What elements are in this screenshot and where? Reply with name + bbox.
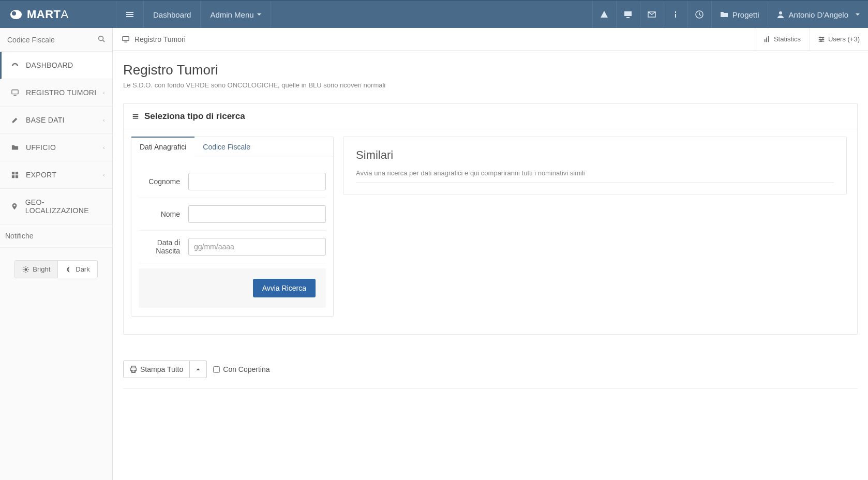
breadcrumb: Registro Tumori <box>113 35 195 43</box>
con-copertina-checkbox[interactable] <box>213 366 220 373</box>
folder-open-icon <box>720 10 728 19</box>
barchart-icon <box>764 36 771 43</box>
warning-icon <box>600 10 608 19</box>
similari-title: Similari <box>356 148 834 162</box>
print-icon <box>130 366 137 373</box>
sidebar-item-label: REGISTRO TUMORI <box>26 88 96 97</box>
sidebar-notifiche-heading: Notifiche <box>0 224 112 248</box>
sidebar-search <box>0 28 112 52</box>
sidebar-item-label: GEO-LOCALIZZAZIONE <box>25 198 103 215</box>
sidebar-toggle[interactable] <box>116 1 144 28</box>
page-subtitle: Le S.D.O. con fondo VERDE sono ONCOLOGIC… <box>123 81 858 89</box>
chevron-left-icon: ‹ <box>103 89 105 96</box>
stampa-tutto-button[interactable]: Stampa Tutto <box>123 361 190 378</box>
nome-input[interactable] <box>188 205 326 223</box>
similari-hint: Avvia una ricerca per dati anagrafici e … <box>356 169 834 183</box>
sidebar-item-registro-tumori[interactable]: REGISTRO TUMORI ‹ <box>0 79 112 107</box>
sidebar-search-input[interactable] <box>7 36 98 44</box>
nav-info[interactable] <box>664 1 687 28</box>
brand[interactable]: MARTA <box>0 1 116 28</box>
search-panel-title: Seleziona tipo di ricerca <box>144 111 245 122</box>
search-icon[interactable] <box>98 35 105 44</box>
top-navbar: MARTA Dashboard Admin Menu Progetti Anto… <box>0 0 868 28</box>
nav-mail[interactable] <box>640 1 664 28</box>
grid-icon <box>9 171 21 178</box>
nav-dashboard[interactable]: Dashboard <box>144 1 201 28</box>
topbar-statistics-label: Statistics <box>774 35 801 43</box>
topbar-users-label: Users (+3) <box>828 35 860 43</box>
info-icon <box>671 10 680 19</box>
theme-bright-label: Bright <box>33 265 50 273</box>
bars-icon <box>126 10 134 19</box>
theme-bright-button[interactable]: Bright <box>15 261 57 278</box>
search-form-card: Dati Anagrafici Codice Fiscale Cognome N… <box>131 137 334 317</box>
sidebar-item-ufficio[interactable]: UFFICIO ‹ <box>0 134 112 161</box>
nav-progetti[interactable]: Progetti <box>711 1 768 28</box>
sidebar-item-dashboard[interactable]: DASHBOARD <box>0 52 112 79</box>
tab-codice-fiscale[interactable]: Codice Fiscale <box>194 137 259 157</box>
tab-dati-anagrafici[interactable]: Dati Anagrafici <box>131 137 194 157</box>
chevron-left-icon: ‹ <box>103 144 105 151</box>
page-title: Registro Tumori <box>123 62 858 78</box>
dob-input[interactable] <box>188 238 326 256</box>
content: Registro Tumori Statistics Users (+3) Re… <box>113 28 868 480</box>
user-icon <box>776 10 785 19</box>
sidebar-item-base-dati[interactable]: BASE DATI ‹ <box>0 107 112 134</box>
theme-switch: Bright Dark <box>0 248 112 291</box>
clock-icon <box>695 10 704 19</box>
gauge-icon <box>9 62 21 69</box>
list-icon <box>132 113 139 120</box>
sidebar-item-label: EXPORT <box>26 171 56 179</box>
caret-up-icon <box>194 366 202 373</box>
folder-icon <box>9 144 21 151</box>
screen-icon <box>624 10 632 19</box>
nav-admin-menu[interactable]: Admin Menu <box>201 1 271 28</box>
cognome-input[interactable] <box>188 173 326 190</box>
avvia-ricerca-button[interactable]: Avvia Ricerca <box>253 279 316 297</box>
sidebar-item-geo[interactable]: GEO-LOCALIZZAZIONE <box>0 189 112 224</box>
sidebar-item-label: BASE DATI <box>26 116 65 124</box>
nav-time[interactable] <box>687 1 711 28</box>
print-row: Stampa Tutto Con Copertina <box>123 350 858 389</box>
theme-dark-button[interactable]: Dark <box>57 261 97 278</box>
pin-icon <box>9 203 20 210</box>
topbar-statistics[interactable]: Statistics <box>755 28 809 51</box>
sidebar-item-label: UFFICIO <box>26 143 56 152</box>
edit-icon <box>9 116 21 124</box>
brand-logo-icon <box>10 10 22 19</box>
con-copertina-option[interactable]: Con Copertina <box>213 365 270 373</box>
search-panel: Seleziona tipo di ricerca Dati Anagrafic… <box>123 103 858 335</box>
nome-label: Nome <box>139 210 188 218</box>
con-copertina-label: Con Copertina <box>223 365 270 373</box>
nav-alerts[interactable] <box>592 1 616 28</box>
sidebar-menu: DASHBOARD REGISTRO TUMORI ‹ BASE DATI ‹ … <box>0 52 112 224</box>
brand-prefix: MART <box>27 8 61 21</box>
sidebar-item-export[interactable]: EXPORT ‹ <box>0 161 112 189</box>
similari-panel: Similari Avvia una ricerca per dati anag… <box>343 137 847 194</box>
content-topbar: Registro Tumori Statistics Users (+3) <box>113 28 868 51</box>
nav-progetti-label: Progetti <box>732 10 759 19</box>
theme-dark-label: Dark <box>76 265 89 273</box>
topbar-users[interactable]: Users (+3) <box>809 28 868 51</box>
chevron-left-icon: ‹ <box>103 172 105 178</box>
search-tabs: Dati Anagrafici Codice Fiscale <box>131 137 333 157</box>
moon-icon <box>65 266 72 273</box>
mail-icon <box>648 10 656 19</box>
stampa-tutto-dropdown-button[interactable] <box>190 361 207 378</box>
brand-suffix: A <box>61 8 69 21</box>
search-panel-header: Seleziona tipo di ricerca <box>124 104 857 129</box>
cognome-label: Cognome <box>139 177 188 186</box>
nav-user-menu[interactable]: Antonio D'Angelo <box>768 1 868 28</box>
nav-user-name: Antonio D'Angelo <box>789 10 848 19</box>
dob-label: Data di Nascita <box>139 238 188 255</box>
sidebar-item-label: DASHBOARD <box>26 61 73 69</box>
sun-icon <box>22 266 29 273</box>
nav-display[interactable] <box>616 1 640 28</box>
breadcrumb-label: Registro Tumori <box>134 35 186 43</box>
monitor-icon <box>122 36 129 43</box>
sliders-icon <box>818 36 825 43</box>
chevron-left-icon: ‹ <box>103 117 105 123</box>
sidebar: DASHBOARD REGISTRO TUMORI ‹ BASE DATI ‹ … <box>0 28 113 480</box>
stampa-tutto-label: Stampa Tutto <box>140 365 183 373</box>
page-header: Registro Tumori Le S.D.O. con fondo VERD… <box>113 51 868 98</box>
